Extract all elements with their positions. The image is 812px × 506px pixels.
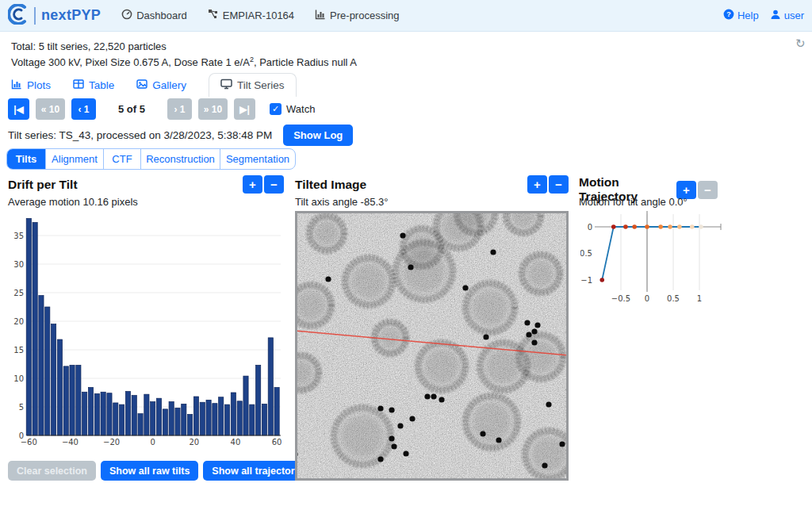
brand-name: nextPYP <box>41 7 101 24</box>
svg-text:10: 10 <box>13 374 24 383</box>
nav-item-label: Dashboard <box>136 10 187 21</box>
tab-label: Tilt Series <box>237 79 285 91</box>
nav-item-label: EMPIAR-10164 <box>223 10 294 21</box>
navbar-right: ? Help user <box>723 9 804 22</box>
svg-text:5: 5 <box>19 403 24 412</box>
view-tabs: Plots Table Gallery Tilt Series <box>11 73 297 97</box>
tilted-panel-header: Tilted Image + − <box>295 175 569 194</box>
series-text: Tilt series: TS_43, processed on 3/28/20… <box>8 129 272 141</box>
navbar: nextPYP Dashboard EMPIAR-10164 Pre-proce… <box>0 0 812 32</box>
detail-tabs: Tilts Alignment CTF Reconstruction Segme… <box>6 148 296 170</box>
watch-label: Watch <box>286 103 315 115</box>
gallery-icon <box>136 79 147 92</box>
motion-trajectory-chart: 0−0.5−1−0.500.51 <box>580 209 727 311</box>
pager-status: 5 of 5 <box>102 103 161 115</box>
svg-text:60: 60 <box>272 438 282 447</box>
motion-panel-subtitle: Motion for tilt angle 0.0° <box>579 196 688 208</box>
page: nextPYP Dashboard EMPIAR-10164 Pre-proce… <box>0 0 812 506</box>
svg-text:0.5: 0.5 <box>667 294 680 303</box>
tab-alignment[interactable]: Alignment <box>45 149 103 169</box>
nav-item-label: Pre-processing <box>330 10 399 21</box>
svg-text:−20: −20 <box>103 438 120 447</box>
back-10-button[interactable]: « 10 <box>36 98 65 120</box>
tab-plots[interactable]: Plots <box>11 73 51 97</box>
tab-gallery[interactable]: Gallery <box>136 73 186 97</box>
drift-panel-header: Drift per Tilt + − <box>8 175 284 194</box>
svg-text:20: 20 <box>189 438 199 447</box>
tab-label: Plots <box>27 79 51 91</box>
watch-checkbox[interactable]: ✓ <box>270 103 282 115</box>
pager: |◀ « 10 ‹ 1 5 of 5 › 1 » 10 ▶| ✓ Watch <box>8 98 315 120</box>
tilted-zoom-in-button[interactable]: + <box>527 175 547 194</box>
svg-text:30: 30 <box>13 260 24 269</box>
svg-text:−0.5: −0.5 <box>611 294 630 303</box>
tab-table[interactable]: Table <box>73 73 114 97</box>
drift-zoom-out-button[interactable]: − <box>264 175 284 194</box>
tab-ctf[interactable]: CTF <box>103 149 140 169</box>
footer-actions: Clear selection Show all raw tilts Show … <box>8 461 317 481</box>
svg-text:−40: −40 <box>62 438 79 447</box>
tab-label: Gallery <box>152 79 186 91</box>
summary-line-1: Total: 5 tilt series, 22,520 particles <box>11 40 167 52</box>
motion-zoom-out-button[interactable]: − <box>698 181 718 199</box>
tilted-zoom-out-button[interactable]: − <box>549 175 569 194</box>
svg-text:40: 40 <box>231 438 241 447</box>
refresh-icon[interactable]: ↻ <box>795 36 806 51</box>
summary-line-2: Voltage 300 kV, Pixel Size 0.675 A, Dose… <box>11 56 357 68</box>
drift-panel-subtitle: Average motion 10.16 pixels <box>8 196 138 208</box>
nav-item-preprocessing[interactable]: Pre-processing <box>315 9 399 22</box>
clear-selection-button[interactable]: Clear selection <box>8 461 96 481</box>
svg-text:35: 35 <box>13 232 24 240</box>
help-icon: ? <box>723 9 734 22</box>
brand[interactable]: nextPYP <box>8 4 101 28</box>
tab-label: Table <box>89 79 114 91</box>
help-label: Help <box>737 10 759 21</box>
watch-control: ✓ Watch <box>270 103 315 115</box>
nav-item-project[interactable]: EMPIAR-10164 <box>208 9 294 22</box>
svg-text:−60: −60 <box>21 438 37 447</box>
summary-line-2a: Voltage 300 kV, Pixel Size 0.675 A, Dose… <box>11 56 250 68</box>
tilted-panel-title: Tilted Image <box>295 178 366 192</box>
svg-text:?: ? <box>726 10 731 18</box>
svg-text:−0.5: −0.5 <box>580 249 592 258</box>
drift-panel-title: Drift per Tilt <box>8 178 78 192</box>
back-1-button[interactable]: ‹ 1 <box>71 98 96 120</box>
user-icon <box>770 9 781 22</box>
help-link[interactable]: ? Help <box>723 9 759 22</box>
svg-text:1: 1 <box>697 294 702 303</box>
svg-text:−1: −1 <box>580 276 592 285</box>
show-log-button[interactable]: Show Log <box>283 125 353 146</box>
last-button[interactable]: ▶| <box>234 98 255 120</box>
brand-divider <box>34 7 36 25</box>
project-icon <box>208 9 219 22</box>
forward-1-button[interactable]: › 1 <box>167 98 192 120</box>
svg-text:25: 25 <box>13 289 24 297</box>
drift-zoom-in-button[interactable]: + <box>243 175 262 194</box>
svg-text:0: 0 <box>588 223 592 232</box>
svg-text:15: 15 <box>13 346 24 355</box>
series-info: Tilt series: TS_43, processed on 3/28/20… <box>8 125 353 146</box>
nextpyp-logo-icon <box>8 4 29 28</box>
show-all-raw-tilts-button[interactable]: Show all raw tilts <box>101 461 198 481</box>
summary-line-2b: , Particle Radius null A <box>254 56 357 68</box>
tab-segmentation[interactable]: Segmentation <box>220 149 295 169</box>
tilted-micrograph-image[interactable] <box>295 211 569 481</box>
svg-text:0: 0 <box>151 438 155 447</box>
svg-text:0: 0 <box>645 294 649 303</box>
tilted-panel-subtitle: Tilt axis angle -85.3° <box>295 196 388 208</box>
tab-tilts[interactable]: Tilts <box>7 149 45 169</box>
tab-tilt-series[interactable]: Tilt Series <box>209 73 297 97</box>
forward-10-button[interactable]: » 10 <box>198 98 228 120</box>
user-label: user <box>784 10 804 21</box>
bar-chart-icon <box>315 9 326 22</box>
drift-per-tilt-chart: 05101520253035−60−40−200204060 <box>6 209 292 452</box>
user-link[interactable]: user <box>770 9 804 22</box>
plots-icon <box>11 79 22 92</box>
gauge-icon <box>121 9 132 22</box>
monitor-icon <box>220 79 232 92</box>
first-button[interactable]: |◀ <box>8 98 29 120</box>
nav-item-dashboard[interactable]: Dashboard <box>121 9 187 22</box>
svg-text:20: 20 <box>13 317 24 326</box>
tab-reconstruction[interactable]: Reconstruction <box>140 149 220 169</box>
table-icon <box>73 79 84 92</box>
